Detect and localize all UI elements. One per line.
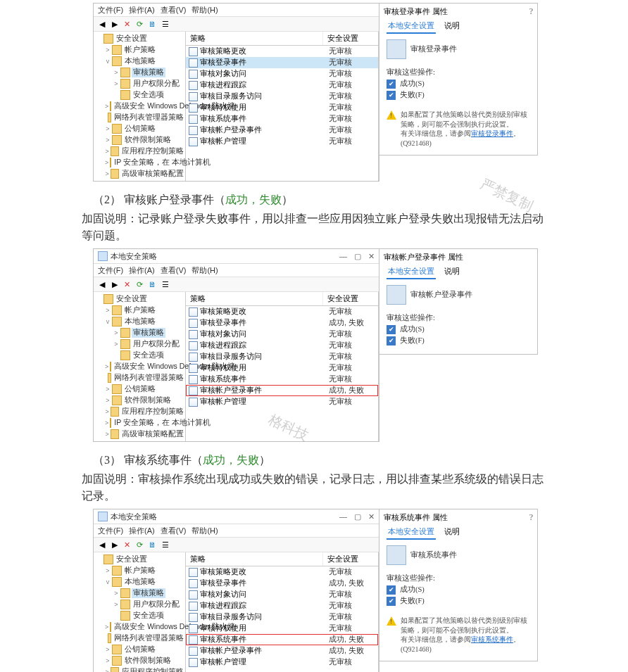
list-item[interactable]: 审核帐户登录事件成功, 失败 [186, 385, 378, 396]
menu-view[interactable]: 查看(V) [161, 4, 187, 16]
expand-icon[interactable]: > [105, 431, 109, 438]
list-item[interactable]: 审核对象访问无审核 [186, 589, 378, 600]
delete-icon[interactable]: ✕ [122, 19, 132, 30]
tree-item[interactable]: 网络列表管理器策略 [94, 372, 185, 383]
menu-help[interactable]: 帮助(H) [191, 524, 218, 537]
list-item[interactable]: 审核帐户登录事件成功, 失败 [186, 645, 378, 657]
expand-icon[interactable]: > [113, 69, 119, 76]
tree-item[interactable]: 安全设置 [94, 293, 185, 305]
close-icon[interactable]: ✕ [368, 249, 375, 263]
list-item[interactable]: 审核登录事件成功, 失败 [186, 578, 378, 589]
list-item[interactable]: 审核目录服务访问无审核 [186, 91, 378, 102]
expand-icon[interactable]: > [105, 408, 109, 415]
expand-icon[interactable]: > [113, 80, 119, 87]
checkbox-success[interactable]: ✔ [387, 585, 396, 595]
tree-item[interactable]: 安全设置 [94, 554, 185, 565]
expand-icon[interactable]: > [105, 103, 108, 110]
tree-item[interactable]: >应用程序控制策略 [94, 666, 185, 672]
forward-icon[interactable]: ▶ [109, 540, 120, 550]
tree-item[interactable]: 安全选项 [94, 350, 185, 361]
menu-help[interactable]: 帮助(H) [191, 264, 218, 277]
tree-item[interactable]: >高级安全 Windows Defender 防火墙 [94, 101, 185, 112]
list-item[interactable]: 审核进程跟踪无审核 [186, 80, 378, 91]
list-item[interactable]: 审核对象访问无审核 [186, 68, 378, 80]
forward-icon[interactable]: ▶ [109, 279, 120, 290]
list-item[interactable]: 审核目录服务访问无审核 [186, 611, 378, 623]
list-item[interactable]: 审核登录事件成功, 失败 [186, 317, 378, 329]
tree-item[interactable]: >高级审核策略配置 [94, 168, 185, 179]
tab-local[interactable]: 本地安全设置 [387, 19, 436, 34]
min-icon[interactable]: — [339, 249, 347, 263]
list-item[interactable]: 审核系统事件无审核 [186, 374, 378, 385]
delete-icon[interactable]: ✕ [122, 279, 132, 290]
menu-view[interactable]: 查看(V) [161, 524, 187, 537]
tree-item[interactable]: >应用程序控制策略 [94, 406, 185, 417]
expand-icon[interactable]: > [105, 397, 111, 404]
tab-local[interactable]: 本地安全设置 [387, 265, 436, 279]
properties-icon[interactable]: ☰ [160, 19, 170, 30]
menu-file[interactable]: 文件(F) [98, 524, 123, 537]
tree-item[interactable]: 安全设置 [94, 33, 185, 44]
checkbox-failure[interactable]: ✔ [387, 91, 396, 100]
expand-icon[interactable]: v [105, 318, 111, 325]
expand-icon[interactable]: > [105, 137, 111, 144]
expand-icon[interactable]: > [105, 307, 111, 314]
properties-icon[interactable]: ☰ [160, 279, 170, 290]
tree-item[interactable]: >审核策略 [94, 67, 185, 78]
tree-item[interactable]: >公钥策略 [94, 123, 185, 134]
expand-icon[interactable]: > [113, 590, 119, 597]
list-item[interactable]: 审核特权使用无审核 [186, 623, 378, 634]
close-icon[interactable]: ✕ [368, 509, 375, 524]
expand-icon[interactable]: v [105, 58, 111, 65]
tree-item[interactable]: v本地策略 [94, 56, 185, 67]
expand-icon[interactable]: > [105, 623, 108, 630]
refresh-icon[interactable]: ⟳ [134, 279, 145, 290]
help-icon[interactable]: ? [529, 509, 533, 525]
menu-help[interactable]: 帮助(H) [191, 4, 218, 16]
tree-item[interactable]: >审核策略 [94, 327, 185, 338]
expand-icon[interactable]: > [105, 170, 109, 177]
expand-icon[interactable]: v [105, 578, 111, 585]
list-item[interactable]: 审核登录事件无审核 [186, 57, 378, 68]
warning-link[interactable]: 审核登录事件 [471, 129, 513, 137]
tree-item[interactable]: 网络列表管理器策略 [94, 112, 185, 123]
refresh-icon[interactable]: ⟳ [134, 19, 145, 30]
expand-icon[interactable]: > [105, 567, 111, 574]
expand-icon[interactable]: > [105, 668, 109, 672]
tree-item[interactable]: >软件限制策略 [94, 134, 185, 146]
list-item[interactable]: 审核特权使用无审核 [186, 102, 378, 113]
list-item[interactable]: 审核策略更改无审核 [186, 566, 378, 578]
delete-icon[interactable]: ✕ [122, 540, 132, 550]
list-item[interactable]: 审核对象访问无审核 [186, 329, 378, 340]
checkbox-success[interactable]: ✔ [387, 325, 396, 334]
list-item[interactable]: 审核系统事件无审核 [186, 113, 378, 125]
max-icon[interactable]: ▢ [354, 249, 361, 263]
forward-icon[interactable]: ▶ [109, 19, 120, 30]
refresh-icon[interactable]: ⟳ [134, 540, 145, 550]
tree-item[interactable]: 安全选项 [94, 610, 185, 621]
checkbox-failure[interactable]: ✔ [387, 336, 396, 345]
help-icon[interactable]: ? [529, 4, 533, 19]
list-item[interactable]: 审核帐户管理无审核 [186, 657, 378, 668]
tree-item[interactable]: >IP 安全策略，在 本地计算机 [94, 417, 185, 429]
tree-item[interactable]: >审核策略 [94, 588, 185, 599]
tree-item[interactable]: >高级安全 Windows Defender 防火墙 [94, 361, 185, 372]
list-item[interactable]: 审核帐户管理无审核 [186, 396, 378, 407]
checkbox-failure[interactable]: ✔ [387, 597, 396, 606]
tree-item[interactable]: 网络列表管理器策略 [94, 633, 185, 644]
list-item[interactable]: 审核帐户登录事件无审核 [186, 125, 378, 136]
tree-item[interactable]: >IP 安全策略，在 本地计算机 [94, 157, 185, 168]
tree-item[interactable]: >用户权限分配 [94, 338, 185, 350]
expand-icon[interactable]: > [105, 159, 108, 166]
tab-explain[interactable]: 说明 [443, 19, 461, 34]
list-item[interactable]: 审核进程跟踪无审核 [186, 340, 378, 351]
expand-icon[interactable]: > [113, 341, 119, 348]
menu-action[interactable]: 操作(A) [129, 4, 155, 16]
tree-item[interactable]: >高级安全 Windows Defender 防火墙 [94, 621, 185, 633]
back-icon[interactable]: ◀ [96, 279, 107, 290]
properties-icon[interactable]: ☰ [160, 540, 170, 550]
list-item[interactable]: 审核策略更改无审核 [186, 306, 378, 317]
tab-explain[interactable]: 说明 [443, 525, 461, 540]
expand-icon[interactable]: > [105, 363, 108, 370]
expand-icon[interactable]: > [105, 419, 108, 426]
